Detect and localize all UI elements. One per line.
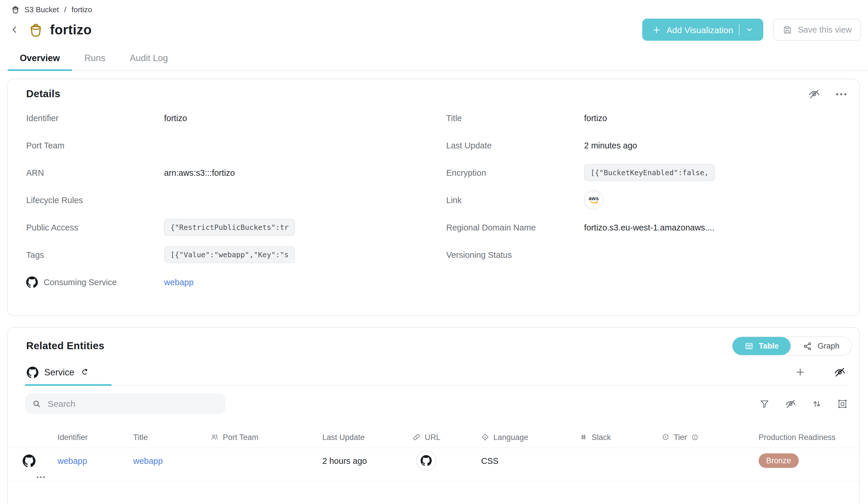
filter-button[interactable] (759, 398, 770, 409)
sort-arrows-icon (812, 398, 822, 409)
field-title: Title fortizo (446, 104, 848, 132)
field-encryption: Encryption [{"BucketKeyEnabled":false, (446, 159, 848, 186)
field-label: Consuming Service (44, 277, 117, 287)
field-last-update: Last Update 2 minutes ago (446, 132, 848, 159)
save-this-view-button[interactable]: Save this view (774, 19, 861, 41)
hide-empty-values-button[interactable] (808, 88, 820, 100)
header-actions: Add Visualization Save this view (642, 19, 861, 41)
field-port-team: Port Team (26, 132, 437, 159)
field-label: Identifier (26, 113, 164, 123)
row-production-readiness: Bronze (754, 454, 848, 468)
related-entities-card: Related Entities Table Graph (7, 327, 860, 504)
search-box[interactable] (25, 393, 225, 414)
field-label: Title (446, 113, 584, 123)
field-label: Encryption (446, 168, 584, 177)
view-toggle: Table Graph (732, 336, 852, 356)
page-title: fortizo (50, 22, 92, 38)
hide-columns-button[interactable] (785, 398, 796, 409)
field-link: Link aws (446, 186, 848, 214)
column-slack[interactable]: Slack (575, 433, 657, 441)
eye-slash-icon (834, 366, 846, 378)
row-menu-button[interactable] (37, 476, 45, 479)
chevron-down-icon[interactable] (745, 25, 754, 34)
details-card: Details (7, 79, 860, 316)
column-production-readiness[interactable]: Production Readiness (754, 433, 848, 441)
related-entities-header: Related Entities Table Graph (8, 328, 859, 356)
ellipsis-icon (37, 476, 45, 479)
field-value: fortizo.s3.eu-west-1.amazonaws.... (584, 223, 714, 232)
tier-icon (661, 433, 670, 441)
tab-audit-log[interactable]: Audit Log (117, 47, 180, 70)
column-last-update[interactable]: Last Update (318, 433, 408, 441)
consuming-service-link[interactable]: webapp (164, 277, 194, 287)
field-label: Regional Domain Name (446, 223, 584, 232)
add-visualization-button[interactable]: Add Visualization (642, 19, 764, 41)
field-label: Public Access (26, 223, 164, 232)
back-button[interactable] (7, 22, 22, 37)
aws-link-icon[interactable]: aws (584, 190, 603, 209)
related-entities-title: Related Entities (26, 340, 104, 352)
details-left-column: Identifier fortizo Port Team ARN arn:aws… (26, 104, 437, 296)
group-icon (837, 398, 848, 409)
breadcrumb: S3 Bucket / fortizo (0, 0, 868, 14)
ellipsis-icon (836, 93, 847, 95)
info-icon (691, 433, 699, 441)
field-lifecycle-rules: Lifecycle Rules (26, 186, 437, 214)
tab-runs[interactable]: Runs (72, 47, 117, 70)
details-fields: Identifier fortizo Port Team ARN arn:aws… (8, 100, 859, 296)
column-port-team[interactable]: Port Team (206, 433, 318, 441)
github-link-icon[interactable] (416, 451, 436, 471)
field-value: arn:aws:s3:::fortizo (164, 168, 235, 177)
sort-button[interactable] (812, 398, 822, 409)
table-view-button[interactable]: Table (732, 337, 791, 355)
relation-arrow-icon (80, 368, 89, 377)
field-tags: Tags [{"Value":"webapp","Key":"s (26, 241, 437, 268)
json-value-chip[interactable]: {"RestrictPublicBuckets":tr (164, 219, 295, 236)
search-icon (32, 399, 41, 408)
breadcrumb-blueprint[interactable]: S3 Bucket (24, 5, 59, 14)
graph-view-button[interactable]: Graph (791, 337, 852, 355)
details-card-header: Details (8, 79, 859, 100)
tab-overview[interactable]: Overview (8, 47, 72, 70)
field-label: Lifecycle Rules (26, 195, 164, 205)
details-menu-button[interactable] (836, 93, 847, 95)
tabbar-actions (795, 366, 848, 385)
github-icon (23, 454, 53, 467)
table-row[interactable]: webapp webapp 2 hours ago CSS Bronze (8, 448, 859, 481)
plus-icon (652, 25, 661, 34)
field-label: Link (446, 195, 584, 205)
column-url[interactable]: URL (408, 433, 476, 441)
github-icon (26, 276, 38, 288)
row-language: CSS (476, 456, 575, 466)
field-consuming-service: Consuming Service webapp (26, 268, 437, 296)
field-value: fortizo (584, 113, 607, 123)
hide-related-button[interactable] (834, 366, 846, 378)
eye-slash-icon (808, 88, 820, 100)
json-value-chip[interactable]: [{"Value":"webapp","Key":"s (164, 246, 295, 263)
slack-icon (579, 433, 588, 441)
table-icon (745, 342, 753, 350)
service-tab-label: Service (44, 367, 74, 378)
graph-icon (803, 341, 813, 351)
add-related-entity-button[interactable] (795, 367, 805, 377)
field-public-access: Public Access {"RestrictPublicBuckets":t… (26, 214, 437, 241)
column-identifier[interactable]: Identifier (53, 433, 128, 441)
column-title[interactable]: Title (128, 433, 206, 441)
column-language[interactable]: Language (476, 433, 575, 441)
column-tier[interactable]: Tier (657, 433, 754, 441)
field-label: Tags (26, 250, 164, 259)
field-label: Versioning Status (446, 250, 584, 259)
group-by-button[interactable] (837, 398, 848, 409)
related-tabbar: Service (25, 364, 848, 386)
row-title-link[interactable]: webapp (128, 456, 206, 466)
search-input[interactable] (46, 398, 218, 409)
save-this-view-label: Save this view (798, 25, 852, 34)
field-value: fortizo (164, 113, 187, 123)
table-actions (759, 398, 848, 409)
json-value-chip[interactable]: [{"BucketKeyEnabled":false, (584, 164, 715, 181)
graph-view-label: Graph (818, 342, 839, 350)
tab-service[interactable]: Service (25, 364, 111, 385)
row-identifier-link[interactable]: webapp (53, 456, 128, 466)
field-label: ARN (26, 168, 164, 177)
filter-funnel-icon (759, 398, 770, 409)
